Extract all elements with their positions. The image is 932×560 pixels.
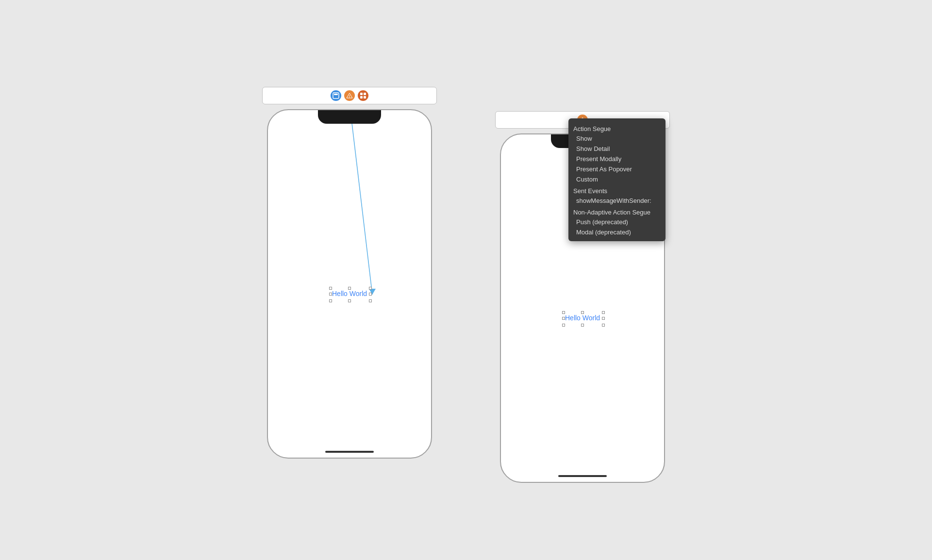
svg-rect-7	[364, 96, 366, 99]
action-segue-header: Action Segue	[568, 122, 666, 133]
svg-text:!: !	[349, 95, 350, 98]
svg-rect-4	[360, 93, 363, 95]
segue-arrow	[268, 110, 431, 458]
menu-item-modal-deprecated[interactable]: Modal (deprecated)	[568, 227, 666, 237]
menu-item-present-modally[interactable]: Present Modally	[568, 154, 666, 164]
warning-icon[interactable]: !	[344, 90, 355, 101]
menu-item-show-message-with-sender[interactable]: showMessageWithSender:	[568, 196, 666, 206]
hello-world-container-left[interactable]: Hello World	[331, 289, 370, 300]
handle-bl-r	[562, 324, 565, 327]
handle-br-r	[602, 324, 605, 327]
handle-bc	[348, 299, 351, 302]
hello-world-label-right: Hello World	[565, 314, 600, 322]
menu-item-custom[interactable]: Custom	[568, 174, 666, 184]
home-indicator-right	[558, 475, 607, 477]
left-phone-container: !	[262, 87, 437, 459]
handle-bc-r	[581, 324, 584, 327]
sent-events-header: Sent Events	[568, 184, 666, 196]
right-phone-container: ! Action Segue Show Show Detail Present …	[495, 111, 670, 483]
svg-line-8	[350, 111, 372, 295]
svg-rect-0	[333, 93, 339, 99]
grid-icon[interactable]	[358, 90, 368, 101]
phone-notch-left	[318, 110, 381, 124]
hello-world-label-left: Hello World	[332, 290, 367, 297]
handle-mr	[369, 293, 372, 296]
handle-mr-r	[602, 317, 605, 320]
menu-item-present-as-popover[interactable]: Present As Popover	[568, 164, 666, 174]
canvas-area: !	[262, 77, 670, 483]
right-toolbar: ! Action Segue Show Show Detail Present …	[495, 111, 670, 129]
svg-rect-5	[364, 93, 366, 95]
hello-world-container-right[interactable]: Hello World	[564, 313, 603, 325]
menu-item-show[interactable]: Show	[568, 133, 666, 144]
handle-tr	[369, 287, 372, 290]
svg-rect-1	[334, 94, 338, 95]
menu-item-show-detail[interactable]: Show Detail	[568, 144, 666, 154]
home-indicator-left	[325, 451, 374, 453]
menu-item-push-deprecated[interactable]: Push (deprecated)	[568, 217, 666, 227]
svg-rect-6	[360, 96, 363, 99]
action-segue-dropdown[interactable]: Action Segue Show Show Detail Present Mo…	[568, 118, 666, 241]
handle-br	[369, 299, 372, 302]
left-phone: Hello World	[267, 109, 432, 459]
handle-tr-r	[602, 311, 605, 314]
left-toolbar: !	[262, 87, 437, 104]
handle-bl	[329, 299, 332, 302]
non-adaptive-header: Non-Adaptive Action Segue	[568, 206, 666, 217]
view-controller-icon[interactable]	[331, 90, 341, 101]
